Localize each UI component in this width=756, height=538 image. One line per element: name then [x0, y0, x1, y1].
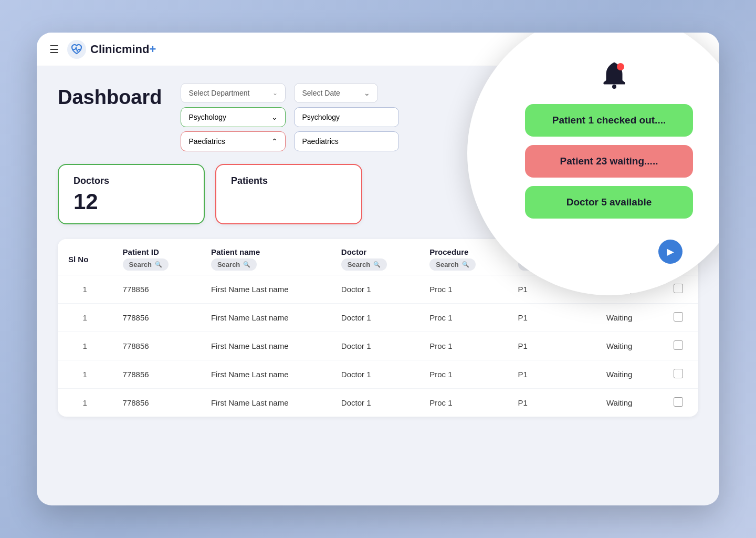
col6-search[interactable]: Search 🔍 — [518, 258, 564, 271]
cell-col6: P1 — [508, 332, 596, 360]
cell-doctor: Doctor 1 — [331, 389, 419, 417]
dashboard-header: Dashboard Select Department ⌄ Select Dat… — [58, 83, 698, 151]
cell-status: Waiting — [596, 389, 658, 417]
date-placeholder: Select Date — [302, 89, 340, 97]
cell-col6: P1 — [508, 389, 596, 417]
search-icon: 🔍 — [373, 261, 381, 268]
col-sl-no: Sl No — [58, 239, 112, 275]
cell-sl: 1 — [58, 275, 112, 304]
cell-sl: 1 — [58, 332, 112, 360]
fab-button[interactable]: ▶ — [658, 240, 682, 264]
patients-stat-card: Patients — [215, 164, 362, 224]
search-icon: 🔍 — [550, 261, 558, 268]
chevron-down-icon: ⌄ — [364, 89, 370, 97]
hamburger-menu-button[interactable]: ☰ — [49, 43, 59, 56]
cell-pid: 778856 — [112, 304, 201, 332]
cell-pid: 778856 — [112, 360, 201, 389]
col-patient-id: Patient ID Search 🔍 — [112, 239, 201, 275]
date-filter-psychology[interactable]: Psychology — [294, 107, 399, 127]
department-dropdown[interactable]: Select Department ⌄ — [181, 83, 286, 103]
table-header-row: Sl No Patient ID Search 🔍 Patient nam — [58, 239, 698, 275]
cell-checkbox[interactable] — [658, 389, 698, 417]
chevron-down-icon: ⌄ — [272, 89, 278, 97]
cell-status: Waiting — [596, 360, 658, 389]
page-title: Dashboard — [58, 83, 162, 107]
cell-pid: 778856 — [112, 332, 201, 360]
cell-checkbox[interactable] — [658, 304, 698, 332]
cell-procedure: Proc 1 — [419, 332, 507, 360]
col-6: S... Search 🔍 — [508, 239, 596, 275]
cell-sl: 1 — [58, 360, 112, 389]
filters-column: Select Department ⌄ Select Date ⌄ Psycho… — [181, 83, 399, 151]
chevron-up-icon: ⌃ — [271, 137, 278, 146]
cell-sl: 1 — [58, 389, 112, 417]
cell-status: Waiting — [596, 332, 658, 360]
table-row: 1 778856 First Name Last name Doctor 1 P… — [58, 360, 698, 389]
cell-procedure: Proc 1 — [419, 304, 507, 332]
app-name: Clinicmind+ — [90, 43, 156, 56]
cell-checkbox[interactable] — [658, 275, 698, 304]
dept-filter-psychology[interactable]: Psychology ⌄ — [181, 107, 286, 127]
date-option-1-label: Psychology — [302, 113, 340, 121]
cell-doctor: Doctor 1 — [331, 304, 419, 332]
third-filter-row: Paediatrics ⌃ Paediatrics — [181, 131, 399, 151]
cell-name: First Name Last name — [201, 304, 331, 332]
logo-icon — [67, 40, 86, 59]
cell-col6: P1 — [508, 360, 596, 389]
cell-name: First Name Last name — [201, 389, 331, 417]
doctors-value: 12 — [74, 191, 189, 213]
chevron-down-icon: ⌄ — [271, 113, 278, 121]
table-body: 1 778856 First Name Last name Doctor 1 P… — [58, 275, 698, 417]
row-checkbox[interactable] — [674, 369, 683, 378]
cell-status: Waiting — [596, 304, 658, 332]
cell-doctor: Doctor 1 — [331, 275, 419, 304]
cell-pid: 778856 — [112, 275, 201, 304]
date-dropdown[interactable]: Select Date ⌄ — [294, 83, 378, 103]
top-filter-row: Select Department ⌄ Select Date ⌄ — [181, 83, 399, 103]
row-checkbox[interactable] — [674, 312, 683, 322]
procedure-search[interactable]: Search 🔍 — [429, 258, 475, 271]
cell-name: First Name Last name — [201, 275, 331, 304]
col-status: Status — [596, 239, 658, 275]
doctors-stat-card: Doctors 12 — [58, 164, 205, 224]
date-option-2-label: Paediatrics — [302, 137, 338, 146]
row-checkbox[interactable] — [674, 340, 683, 350]
cell-checkbox[interactable] — [658, 360, 698, 389]
cell-pid: 778856 — [112, 389, 201, 417]
table-row: 1 778856 First Name Last name Doctor 1 P… — [58, 304, 698, 332]
table-row: 1 778856 First Name Last name Doctor 1 P… — [58, 332, 698, 360]
row-checkbox[interactable] — [674, 284, 683, 293]
row-checkbox[interactable] — [674, 397, 683, 407]
logo-area: Clinicmind+ — [67, 40, 156, 59]
data-table-container: Sl No Patient ID Search 🔍 Patient nam — [58, 239, 698, 417]
cell-name: First Name Last name — [201, 332, 331, 360]
search-icon: 🔍 — [243, 261, 250, 268]
table-row: 1 778856 First Name Last name Doctor 1 P… — [58, 389, 698, 417]
date-filter-paediatrics[interactable]: Paediatrics — [294, 131, 399, 151]
patients-label: Patients — [231, 175, 346, 187]
col-doctor: Doctor Search 🔍 — [331, 239, 419, 275]
dept-filter-paediatrics[interactable]: Paediatrics ⌃ — [181, 131, 286, 151]
cell-doctor: Doctor 1 — [331, 332, 419, 360]
stats-row: Doctors 12 Patients — [58, 164, 698, 224]
cell-col6: P1 — [508, 304, 596, 332]
main-content: Dashboard Select Department ⌄ Select Dat… — [37, 66, 719, 433]
dept-option-1-label: Psychology — [188, 113, 226, 121]
bottom-filter-row: Psychology ⌄ Psychology — [181, 107, 399, 127]
data-table: Sl No Patient ID Search 🔍 Patient nam — [58, 239, 698, 417]
department-placeholder: Select Department — [188, 89, 249, 97]
cell-doctor: Doctor 1 — [331, 360, 419, 389]
cell-procedure: Proc 1 — [419, 275, 507, 304]
search-icon: 🔍 — [155, 261, 162, 268]
cell-procedure: Proc 1 — [419, 360, 507, 389]
doctor-search[interactable]: Search 🔍 — [341, 258, 387, 271]
patient-id-search[interactable]: Search 🔍 — [123, 258, 169, 271]
dept-option-2-label: Paediatrics — [188, 137, 225, 146]
top-nav: ☰ Clinicmind+ — [37, 33, 719, 66]
cell-procedure: Proc 1 — [419, 389, 507, 417]
col-patient-name: Patient name Search 🔍 — [201, 239, 331, 275]
patient-name-search[interactable]: Search 🔍 — [211, 258, 257, 271]
cell-checkbox[interactable] — [658, 332, 698, 360]
cell-col6: P1 — [508, 275, 596, 304]
doctors-label: Doctors — [74, 175, 189, 187]
